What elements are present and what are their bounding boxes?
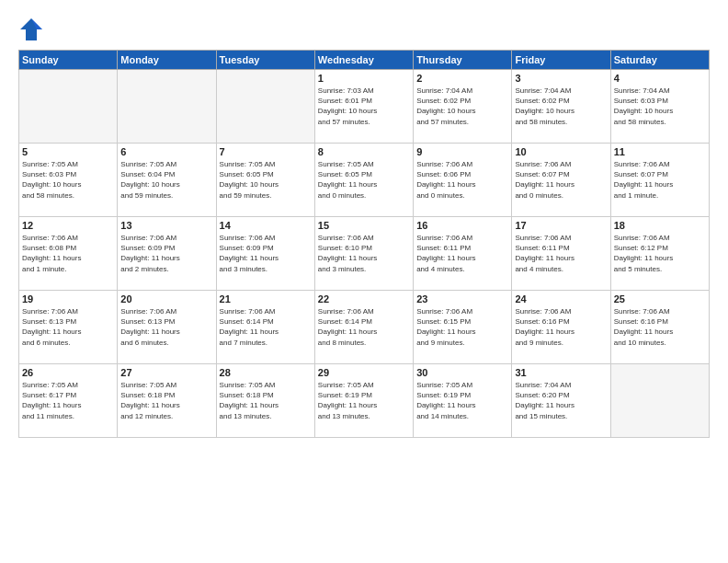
- day-number: 27: [120, 367, 212, 378]
- day-info: Sunrise: 7:05 AM Sunset: 6:18 PM Dayligh…: [120, 380, 212, 421]
- day-number: 28: [220, 367, 312, 378]
- header-day: Monday: [118, 51, 216, 70]
- calendar-cell: 12Sunrise: 7:06 AM Sunset: 6:08 PM Dayli…: [19, 217, 118, 291]
- calendar-cell: 5Sunrise: 7:05 AM Sunset: 6:03 PM Daylig…: [19, 144, 118, 217]
- logo-icon: [18, 17, 44, 42]
- day-info: Sunrise: 7:06 AM Sunset: 6:09 PM Dayligh…: [120, 233, 212, 274]
- calendar-cell: 30Sunrise: 7:05 AM Sunset: 6:19 PM Dayli…: [414, 364, 512, 438]
- day-info: Sunrise: 7:06 AM Sunset: 6:06 PM Dayligh…: [416, 159, 508, 201]
- day-number: 8: [318, 146, 410, 157]
- calendar-row: 1Sunrise: 7:03 AM Sunset: 6:01 PM Daylig…: [19, 70, 710, 144]
- day-number: 29: [318, 367, 410, 378]
- day-number: 31: [515, 367, 607, 378]
- calendar-cell: 29Sunrise: 7:05 AM Sunset: 6:19 PM Dayli…: [314, 364, 413, 438]
- day-info: Sunrise: 7:05 AM Sunset: 6:03 PM Dayligh…: [22, 159, 114, 201]
- calendar-cell: 10Sunrise: 7:06 AM Sunset: 6:07 PM Dayli…: [512, 144, 610, 217]
- day-info: Sunrise: 7:06 AM Sunset: 6:16 PM Dayligh…: [515, 306, 607, 348]
- header-day: Wednesday: [314, 51, 413, 70]
- calendar-cell: 14Sunrise: 7:06 AM Sunset: 6:09 PM Dayli…: [216, 217, 314, 291]
- day-info: Sunrise: 7:06 AM Sunset: 6:07 PM Dayligh…: [614, 159, 706, 201]
- day-info: Sunrise: 7:05 AM Sunset: 6:05 PM Dayligh…: [318, 159, 410, 201]
- day-info: Sunrise: 7:04 AM Sunset: 6:02 PM Dayligh…: [515, 86, 607, 127]
- calendar-cell: 7Sunrise: 7:05 AM Sunset: 6:05 PM Daylig…: [216, 144, 314, 217]
- day-info: Sunrise: 7:06 AM Sunset: 6:11 PM Dayligh…: [515, 233, 607, 274]
- calendar-cell: 4Sunrise: 7:04 AM Sunset: 6:03 PM Daylig…: [610, 70, 709, 144]
- day-info: Sunrise: 7:06 AM Sunset: 6:13 PM Dayligh…: [22, 306, 114, 348]
- calendar-cell: 9Sunrise: 7:06 AM Sunset: 6:06 PM Daylig…: [414, 144, 512, 217]
- calendar-cell: 8Sunrise: 7:05 AM Sunset: 6:05 PM Daylig…: [314, 144, 413, 217]
- calendar-cell: 16Sunrise: 7:06 AM Sunset: 6:11 PM Dayli…: [414, 217, 512, 291]
- day-number: 5: [22, 146, 114, 157]
- calendar-row: 5Sunrise: 7:05 AM Sunset: 6:03 PM Daylig…: [19, 144, 710, 217]
- calendar-cell: 28Sunrise: 7:05 AM Sunset: 6:18 PM Dayli…: [216, 364, 314, 438]
- day-info: Sunrise: 7:05 AM Sunset: 6:18 PM Dayligh…: [220, 380, 312, 421]
- day-number: 20: [120, 293, 212, 304]
- day-info: Sunrise: 7:06 AM Sunset: 6:08 PM Dayligh…: [22, 233, 114, 274]
- header-day: Saturday: [610, 51, 709, 70]
- day-info: Sunrise: 7:06 AM Sunset: 6:15 PM Dayligh…: [416, 306, 508, 348]
- header-day: Tuesday: [216, 51, 314, 70]
- day-number: 18: [614, 220, 706, 231]
- day-info: Sunrise: 7:06 AM Sunset: 6:14 PM Dayligh…: [220, 306, 312, 348]
- day-number: 24: [515, 293, 607, 304]
- day-number: 2: [416, 73, 508, 84]
- day-info: Sunrise: 7:06 AM Sunset: 6:12 PM Dayligh…: [614, 233, 706, 274]
- day-number: 14: [220, 220, 312, 231]
- page: SundayMondayTuesdayWednesdayThursdayFrid…: [0, 0, 728, 563]
- day-info: Sunrise: 7:05 AM Sunset: 6:05 PM Dayligh…: [220, 159, 312, 201]
- day-info: Sunrise: 7:05 AM Sunset: 6:17 PM Dayligh…: [22, 380, 114, 421]
- day-info: Sunrise: 7:06 AM Sunset: 6:16 PM Dayligh…: [614, 306, 706, 348]
- day-number: 17: [515, 220, 607, 231]
- calendar-row: 19Sunrise: 7:06 AM Sunset: 6:13 PM Dayli…: [19, 291, 710, 364]
- day-info: Sunrise: 7:06 AM Sunset: 6:10 PM Dayligh…: [318, 233, 410, 274]
- day-info: Sunrise: 7:06 AM Sunset: 6:14 PM Dayligh…: [318, 306, 410, 348]
- header-day: Sunday: [19, 51, 118, 70]
- calendar-cell: 26Sunrise: 7:05 AM Sunset: 6:17 PM Dayli…: [19, 364, 118, 438]
- day-number: 16: [416, 220, 508, 231]
- calendar-cell: 19Sunrise: 7:06 AM Sunset: 6:13 PM Dayli…: [19, 291, 118, 364]
- day-info: Sunrise: 7:04 AM Sunset: 6:03 PM Dayligh…: [614, 86, 706, 127]
- calendar-cell: 24Sunrise: 7:06 AM Sunset: 6:16 PM Dayli…: [512, 291, 610, 364]
- calendar-cell: 20Sunrise: 7:06 AM Sunset: 6:13 PM Dayli…: [118, 291, 216, 364]
- calendar-cell: 15Sunrise: 7:06 AM Sunset: 6:10 PM Dayli…: [314, 217, 413, 291]
- day-info: Sunrise: 7:03 AM Sunset: 6:01 PM Dayligh…: [318, 86, 410, 127]
- calendar-cell: 11Sunrise: 7:06 AM Sunset: 6:07 PM Dayli…: [610, 144, 709, 217]
- calendar-row: 12Sunrise: 7:06 AM Sunset: 6:08 PM Dayli…: [19, 217, 710, 291]
- day-info: Sunrise: 7:05 AM Sunset: 6:19 PM Dayligh…: [318, 380, 410, 421]
- day-info: Sunrise: 7:05 AM Sunset: 6:04 PM Dayligh…: [120, 159, 212, 201]
- calendar-cell: 22Sunrise: 7:06 AM Sunset: 6:14 PM Dayli…: [314, 291, 413, 364]
- header-day: Thursday: [414, 51, 512, 70]
- day-number: 12: [22, 220, 114, 231]
- calendar-cell: [19, 70, 118, 144]
- day-number: 22: [318, 293, 410, 304]
- calendar-cell: 17Sunrise: 7:06 AM Sunset: 6:11 PM Dayli…: [512, 217, 610, 291]
- logo: [18, 17, 48, 42]
- calendar-cell: [610, 364, 709, 438]
- calendar-cell: 18Sunrise: 7:06 AM Sunset: 6:12 PM Dayli…: [610, 217, 709, 291]
- day-info: Sunrise: 7:06 AM Sunset: 6:09 PM Dayligh…: [220, 233, 312, 274]
- day-number: 10: [515, 146, 607, 157]
- calendar-cell: 31Sunrise: 7:04 AM Sunset: 6:20 PM Dayli…: [512, 364, 610, 438]
- day-number: 4: [614, 73, 706, 84]
- calendar-cell: 27Sunrise: 7:05 AM Sunset: 6:18 PM Dayli…: [118, 364, 216, 438]
- day-info: Sunrise: 7:06 AM Sunset: 6:07 PM Dayligh…: [515, 159, 607, 201]
- day-number: 1: [318, 73, 410, 84]
- day-number: 6: [120, 146, 212, 157]
- day-number: 15: [318, 220, 410, 231]
- header-day: Friday: [512, 51, 610, 70]
- day-number: 23: [416, 293, 508, 304]
- day-info: Sunrise: 7:06 AM Sunset: 6:13 PM Dayligh…: [120, 306, 212, 348]
- day-info: Sunrise: 7:05 AM Sunset: 6:19 PM Dayligh…: [416, 380, 508, 421]
- header-row: SundayMondayTuesdayWednesdayThursdayFrid…: [19, 51, 710, 70]
- day-info: Sunrise: 7:06 AM Sunset: 6:11 PM Dayligh…: [416, 233, 508, 274]
- calendar-table: SundayMondayTuesdayWednesdayThursdayFrid…: [18, 50, 710, 438]
- calendar-cell: [216, 70, 314, 144]
- day-number: 13: [120, 220, 212, 231]
- calendar-cell: 21Sunrise: 7:06 AM Sunset: 6:14 PM Dayli…: [216, 291, 314, 364]
- day-number: 25: [614, 293, 706, 304]
- day-number: 11: [614, 146, 706, 157]
- day-info: Sunrise: 7:04 AM Sunset: 6:02 PM Dayligh…: [416, 86, 508, 127]
- day-info: Sunrise: 7:04 AM Sunset: 6:20 PM Dayligh…: [515, 380, 607, 421]
- day-number: 19: [22, 293, 114, 304]
- calendar-row: 26Sunrise: 7:05 AM Sunset: 6:17 PM Dayli…: [19, 364, 710, 438]
